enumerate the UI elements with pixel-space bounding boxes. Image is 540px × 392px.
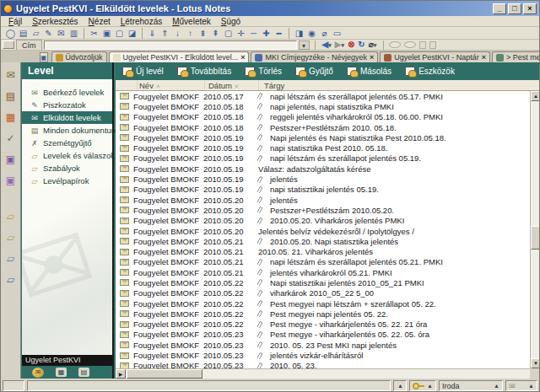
menu-item[interactable]: Létrehozás: [116, 17, 166, 26]
mail-row[interactable]: Fougyelet BMOKF 2010.05.19 jelentés: [116, 174, 540, 184]
folder-item[interactable]: Levelek és válaszok: [22, 149, 112, 162]
toolbar-icon[interactable]: ◉: [305, 28, 318, 39]
toolbar-icon[interactable]: ◨: [289, 28, 305, 39]
restore-button[interactable]: □: [508, 3, 521, 14]
menu-item[interactable]: Súgó: [217, 17, 245, 26]
folder-item[interactable]: Minden dokumentum: [22, 124, 112, 137]
toolbar-icon[interactable]: ─: [247, 28, 260, 39]
toolbar-icon[interactable]: ▣: [100, 28, 113, 39]
mail-row[interactable]: Fougyelet BMOKF 2010.05.22 Pest megyei n…: [116, 298, 540, 309]
toolbar-icon[interactable]: ↓: [171, 28, 184, 39]
menu-item[interactable]: Nézet: [84, 17, 115, 26]
toolbar-icon[interactable]: ▢: [222, 28, 235, 39]
mail-row[interactable]: Fougyelet BMOKF 2010.05.20 jelentés: [116, 195, 540, 205]
mail-row[interactable]: Fougyelet BMOKF 2010.05.18 Pestszer+Pest…: [116, 122, 540, 132]
status-popup-button[interactable]: ▲: [393, 380, 407, 391]
mail-row[interactable]: Fougyelet BMOKF 2010.05.23 2010. 05. 23.: [116, 361, 540, 368]
toolbar-icon[interactable]: ↑: [184, 28, 197, 39]
mail-row[interactable]: Fougyelet BMOKF 2010.05.23 Pest megye - …: [116, 330, 540, 340]
mail-row[interactable]: Fougyelet BMOKF 2010.05.18 reggeli jelen…: [116, 112, 540, 122]
folder-item[interactable]: Elküldött levelek: [22, 111, 112, 124]
folder-item[interactable]: Szemétgyűjtő: [22, 137, 112, 149]
mail-row[interactable]: Fougyelet BMOKF 2010.05.17 napi létszám …: [116, 91, 540, 101]
mail-row[interactable]: Fougyelet BMOKF 2010.05.23 jelentés vizk…: [116, 350, 540, 360]
bookmark-icon[interactable]: ▱: [7, 228, 14, 250]
mail-row[interactable]: Fougyelet BMOKF 2010.05.20 Pestszer+Pest…: [116, 205, 540, 215]
bookmark-icon[interactable]: ✉: [6, 66, 14, 87]
bookmark-icon[interactable]: ▣: [6, 171, 15, 192]
action-button[interactable]: Új levél: [122, 67, 164, 76]
action-button[interactable]: Másolás: [347, 67, 392, 76]
menu-item[interactable]: Fájl: [4, 17, 26, 26]
action-button[interactable]: Továbbítás: [177, 67, 231, 76]
column-date[interactable]: Dátum˅: [205, 81, 259, 90]
mail-row[interactable]: Fougyelet BMOKF 2010.05.21 napi létszám …: [116, 257, 540, 267]
title-bar[interactable]: Ugyelet PestKVI - Elküldött levelek - Lo…: [1, 1, 539, 16]
mail-row[interactable]: Fougyelet BMOKF 2010.05.19 napi statiszt…: [116, 185, 540, 195]
toolbar-icon[interactable]: ⇓: [142, 28, 159, 39]
action-button[interactable]: Törlés: [245, 67, 282, 76]
tab-list-button[interactable]: ▣: [40, 52, 48, 62]
folder-item[interactable]: Levélpapírok: [22, 175, 112, 187]
mail-row[interactable]: Fougyelet BMOKF 2010.05.21 2010.05. 21. …: [116, 246, 540, 256]
column-name[interactable]: Név˄: [138, 81, 205, 90]
scroll-right-icon[interactable]: ▶: [116, 369, 126, 379]
vscroll-thumb[interactable]: [531, 226, 540, 250]
column-subject[interactable]: Tárgy: [259, 81, 540, 90]
mail-row[interactable]: Fougyelet BMOKF 2010.05.18 napi jelentés…: [116, 101, 540, 111]
bookmark-icon[interactable]: ▤: [6, 87, 15, 108]
security-button[interactable]: ▲: [409, 380, 436, 391]
vertical-scrollbar[interactable]: ▲ ▼: [530, 91, 540, 368]
toolbar-icon[interactable]: ⇑: [159, 28, 171, 39]
mail-row[interactable]: Fougyelet BMOKF 2010.05.20 2010.05.20. V…: [116, 216, 540, 226]
toolbar-icon[interactable]: ◯: [4, 28, 17, 39]
dock-icon[interactable]: ▤: [78, 368, 89, 377]
window-tab[interactable]: Üdvözöljük ×: [51, 51, 107, 62]
address-label[interactable]: Cím: [16, 40, 42, 50]
nav-icon[interactable]: ◀▾: [321, 40, 333, 51]
toolbar-icon[interactable]: ✎: [42, 28, 55, 39]
toolbar-icon[interactable]: ━: [273, 28, 285, 39]
minimize-button[interactable]: _: [493, 3, 506, 14]
bookmark-icon[interactable]: ▦: [6, 108, 15, 129]
mail-row[interactable]: Fougyelet BMOKF 2010.05.22 Pest megyei n…: [116, 309, 540, 319]
bookmark-icon[interactable]: ▱: [7, 250, 14, 271]
bookmark-icon[interactable]: ▱: [7, 271, 14, 292]
toolbar-icon[interactable]: ✉: [55, 28, 68, 39]
mail-row[interactable]: Fougyelet BMOKF 2010.05.22 Napi statiszt…: [116, 277, 540, 287]
horizontal-scrollbar[interactable]: ◀ ▶: [116, 368, 530, 379]
nav-icon[interactable]: ⊗▾: [346, 40, 356, 50]
close-button[interactable]: ×: [523, 3, 537, 14]
bookmark-icon[interactable]: ✓: [6, 129, 14, 150]
mail-row[interactable]: Fougyelet BMOKF 2010.05.21 jelentés viha…: [116, 267, 540, 277]
toolbar-icon[interactable]: ⇟: [197, 28, 209, 39]
mail-row[interactable]: Fougyelet BMOKF 2010.05.19 napi statiszt…: [116, 142, 540, 153]
nav-icon[interactable]: ▶▾: [333, 40, 346, 51]
location-button[interactable]: Iroda▲: [439, 380, 503, 391]
toolbar-icon[interactable]: ▢: [113, 28, 126, 39]
toolbar-icon[interactable]: ▤: [17, 28, 30, 39]
tab-close-icon[interactable]: ×: [482, 53, 486, 62]
mail-row[interactable]: Fougyelet BMOKF 2010.05.19 Napi jelentés…: [116, 132, 540, 142]
toolbar-icon[interactable]: ✚: [260, 28, 273, 39]
mail-row[interactable]: Fougyelet BMOKF 2010.05.22 viharkárok 20…: [116, 288, 540, 298]
address-input[interactable]: [44, 40, 297, 50]
scroll-down-icon[interactable]: ▼: [531, 358, 540, 368]
toolbar-icon[interactable]: ⌀: [318, 28, 331, 39]
toolbar-icon[interactable]: ▥: [68, 28, 80, 39]
dock-icon[interactable]: ▦: [56, 368, 67, 377]
toolbar-icon[interactable]: ◪: [126, 28, 138, 39]
folder-item[interactable]: Piszkozatok: [22, 99, 112, 111]
nav-icon[interactable]: ⌀▾: [367, 40, 379, 51]
menu-item[interactable]: Szerkesztés: [28, 17, 82, 26]
folder-item[interactable]: Beérkező levelek: [22, 86, 112, 99]
toolbar-icon[interactable]: ▭: [331, 28, 343, 39]
toolbar-icon[interactable]: ▱: [30, 28, 42, 39]
toolbar-icon[interactable]: ⇞: [209, 28, 222, 39]
folder-item[interactable]: Szabályok: [22, 162, 112, 175]
tab-close-icon[interactable]: ×: [370, 53, 374, 62]
mail-row[interactable]: Fougyelet BMOKF 2010.05.22 Pest megye - …: [116, 320, 540, 330]
bookmark-icon[interactable]: ▱: [7, 207, 14, 228]
toolbar-icon[interactable]: ✛: [235, 28, 247, 39]
mail-status-button[interactable]: ✉▲: [505, 380, 537, 391]
